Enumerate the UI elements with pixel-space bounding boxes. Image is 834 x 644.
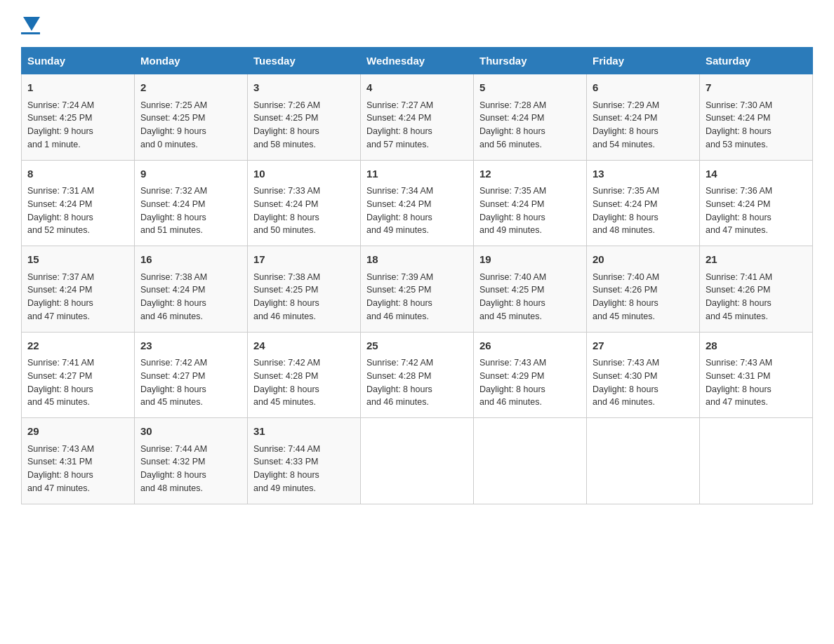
- calendar-cell: 11 Sunrise: 7:34 AM Sunset: 4:24 PM Dayl…: [361, 160, 474, 246]
- day-header-sunday: Sunday: [22, 48, 135, 74]
- day-number: 6: [593, 80, 694, 96]
- calendar-cell: 3 Sunrise: 7:26 AM Sunset: 4:25 PM Dayli…: [248, 74, 361, 161]
- day-number: 25: [366, 338, 468, 354]
- day-number: 15: [27, 252, 128, 268]
- calendar-week-row: 1 Sunrise: 7:24 AM Sunset: 4:25 PM Dayli…: [22, 74, 813, 161]
- day-number: 21: [706, 252, 807, 268]
- calendar-cell: 6 Sunrise: 7:29 AM Sunset: 4:24 PM Dayli…: [587, 74, 700, 161]
- calendar-cell: 14 Sunrise: 7:36 AM Sunset: 4:24 PM Dayl…: [700, 160, 813, 246]
- day-info: Sunrise: 7:24 AM Sunset: 4:25 PM Dayligh…: [27, 99, 128, 152]
- day-info: Sunrise: 7:35 AM Sunset: 4:24 PM Dayligh…: [479, 185, 581, 237]
- day-number: 2: [140, 80, 241, 96]
- day-number: 18: [366, 252, 468, 268]
- calendar-cell: 26 Sunrise: 7:43 AM Sunset: 4:29 PM Dayl…: [474, 332, 587, 418]
- calendar-cell: [474, 418, 587, 504]
- day-info: Sunrise: 7:38 AM Sunset: 4:25 PM Dayligh…: [253, 271, 355, 323]
- day-info: Sunrise: 7:39 AM Sunset: 4:25 PM Dayligh…: [366, 271, 468, 323]
- day-number: 23: [140, 338, 241, 354]
- calendar-cell: [587, 418, 700, 504]
- day-number: 9: [140, 166, 241, 182]
- day-info: Sunrise: 7:40 AM Sunset: 4:25 PM Dayligh…: [479, 271, 581, 323]
- day-info: Sunrise: 7:43 AM Sunset: 4:30 PM Dayligh…: [593, 356, 694, 409]
- day-number: 28: [706, 338, 807, 354]
- calendar-cell: 13 Sunrise: 7:35 AM Sunset: 4:24 PM Dayl…: [587, 160, 700, 246]
- day-number: 26: [479, 338, 581, 354]
- calendar-week-row: 15 Sunrise: 7:37 AM Sunset: 4:24 PM Dayl…: [22, 246, 813, 333]
- calendar-cell: 12 Sunrise: 7:35 AM Sunset: 4:24 PM Dayl…: [474, 160, 587, 246]
- day-info: Sunrise: 7:29 AM Sunset: 4:24 PM Dayligh…: [593, 99, 694, 152]
- calendar-cell: 2 Sunrise: 7:25 AM Sunset: 4:25 PM Dayli…: [135, 74, 248, 161]
- calendar-cell: 16 Sunrise: 7:38 AM Sunset: 4:24 PM Dayl…: [135, 246, 248, 333]
- day-number: 20: [593, 252, 694, 268]
- day-header-saturday: Saturday: [700, 48, 813, 74]
- day-info: Sunrise: 7:42 AM Sunset: 4:28 PM Dayligh…: [366, 356, 468, 409]
- calendar-cell: 1 Sunrise: 7:24 AM Sunset: 4:25 PM Dayli…: [22, 74, 135, 161]
- calendar-cell: 24 Sunrise: 7:42 AM Sunset: 4:28 PM Dayl…: [248, 332, 361, 418]
- calendar-cell: 8 Sunrise: 7:31 AM Sunset: 4:24 PM Dayli…: [22, 160, 135, 246]
- day-info: Sunrise: 7:38 AM Sunset: 4:24 PM Dayligh…: [140, 271, 241, 323]
- day-info: Sunrise: 7:43 AM Sunset: 4:29 PM Dayligh…: [479, 356, 581, 409]
- calendar-cell: 23 Sunrise: 7:42 AM Sunset: 4:27 PM Dayl…: [135, 332, 248, 418]
- day-info: Sunrise: 7:32 AM Sunset: 4:24 PM Dayligh…: [140, 185, 241, 237]
- calendar-week-row: 22 Sunrise: 7:41 AM Sunset: 4:27 PM Dayl…: [22, 332, 813, 418]
- day-number: 29: [27, 424, 128, 440]
- calendar-cell: 4 Sunrise: 7:27 AM Sunset: 4:24 PM Dayli…: [361, 74, 474, 161]
- day-info: Sunrise: 7:41 AM Sunset: 4:27 PM Dayligh…: [27, 356, 128, 409]
- day-number: 11: [366, 166, 468, 182]
- calendar-cell: 5 Sunrise: 7:28 AM Sunset: 4:24 PM Dayli…: [474, 74, 587, 161]
- day-info: Sunrise: 7:42 AM Sunset: 4:28 PM Dayligh…: [253, 356, 355, 409]
- calendar-cell: [361, 418, 474, 504]
- day-info: Sunrise: 7:31 AM Sunset: 4:24 PM Dayligh…: [27, 185, 128, 237]
- day-number: 19: [479, 252, 581, 268]
- calendar-cell: 20 Sunrise: 7:40 AM Sunset: 4:26 PM Dayl…: [587, 246, 700, 333]
- calendar-cell: 22 Sunrise: 7:41 AM Sunset: 4:27 PM Dayl…: [22, 332, 135, 418]
- day-number: 12: [479, 166, 581, 182]
- day-number: 5: [479, 80, 581, 96]
- day-info: Sunrise: 7:41 AM Sunset: 4:26 PM Dayligh…: [706, 271, 807, 323]
- calendar-header-row: SundayMondayTuesdayWednesdayThursdayFrid…: [22, 48, 813, 74]
- day-number: 17: [253, 252, 355, 268]
- day-number: 3: [253, 80, 355, 96]
- day-info: Sunrise: 7:33 AM Sunset: 4:24 PM Dayligh…: [253, 185, 355, 237]
- calendar-cell: 28 Sunrise: 7:43 AM Sunset: 4:31 PM Dayl…: [700, 332, 813, 418]
- calendar-cell: 31 Sunrise: 7:44 AM Sunset: 4:33 PM Dayl…: [248, 418, 361, 504]
- calendar-table: SundayMondayTuesdayWednesdayThursdayFrid…: [21, 47, 813, 504]
- calendar-cell: 10 Sunrise: 7:33 AM Sunset: 4:24 PM Dayl…: [248, 160, 361, 246]
- day-info: Sunrise: 7:44 AM Sunset: 4:32 PM Dayligh…: [140, 443, 241, 495]
- day-number: 30: [140, 424, 241, 440]
- day-number: 10: [253, 166, 355, 182]
- day-number: 13: [593, 166, 694, 182]
- calendar-cell: 30 Sunrise: 7:44 AM Sunset: 4:32 PM Dayl…: [135, 418, 248, 504]
- day-info: Sunrise: 7:28 AM Sunset: 4:24 PM Dayligh…: [479, 99, 581, 152]
- day-header-monday: Monday: [135, 48, 248, 74]
- calendar-cell: 25 Sunrise: 7:42 AM Sunset: 4:28 PM Dayl…: [361, 332, 474, 418]
- day-info: Sunrise: 7:36 AM Sunset: 4:24 PM Dayligh…: [706, 185, 807, 237]
- logo-triangle-icon: [23, 17, 40, 31]
- calendar-week-row: 8 Sunrise: 7:31 AM Sunset: 4:24 PM Dayli…: [22, 160, 813, 246]
- logo: [21, 14, 40, 34]
- day-number: 24: [253, 338, 355, 354]
- day-info: Sunrise: 7:30 AM Sunset: 4:24 PM Dayligh…: [706, 99, 807, 152]
- page-header: [21, 14, 813, 34]
- calendar-cell: 27 Sunrise: 7:43 AM Sunset: 4:30 PM Dayl…: [587, 332, 700, 418]
- calendar-cell: 29 Sunrise: 7:43 AM Sunset: 4:31 PM Dayl…: [22, 418, 135, 504]
- day-number: 22: [27, 338, 128, 354]
- calendar-cell: 17 Sunrise: 7:38 AM Sunset: 4:25 PM Dayl…: [248, 246, 361, 333]
- day-header-friday: Friday: [587, 48, 700, 74]
- day-number: 8: [27, 166, 128, 182]
- calendar-cell: 7 Sunrise: 7:30 AM Sunset: 4:24 PM Dayli…: [700, 74, 813, 161]
- day-info: Sunrise: 7:37 AM Sunset: 4:24 PM Dayligh…: [27, 271, 128, 323]
- day-info: Sunrise: 7:27 AM Sunset: 4:24 PM Dayligh…: [366, 99, 468, 152]
- calendar-cell: 15 Sunrise: 7:37 AM Sunset: 4:24 PM Dayl…: [22, 246, 135, 333]
- day-number: 16: [140, 252, 241, 268]
- calendar-cell: 19 Sunrise: 7:40 AM Sunset: 4:25 PM Dayl…: [474, 246, 587, 333]
- day-number: 1: [27, 80, 128, 96]
- day-number: 31: [253, 424, 355, 440]
- day-number: 7: [706, 80, 807, 96]
- day-header-tuesday: Tuesday: [248, 48, 361, 74]
- day-header-thursday: Thursday: [474, 48, 587, 74]
- day-info: Sunrise: 7:43 AM Sunset: 4:31 PM Dayligh…: [27, 443, 128, 495]
- calendar-cell: 18 Sunrise: 7:39 AM Sunset: 4:25 PM Dayl…: [361, 246, 474, 333]
- logo-underline: [21, 32, 40, 34]
- day-number: 14: [706, 166, 807, 182]
